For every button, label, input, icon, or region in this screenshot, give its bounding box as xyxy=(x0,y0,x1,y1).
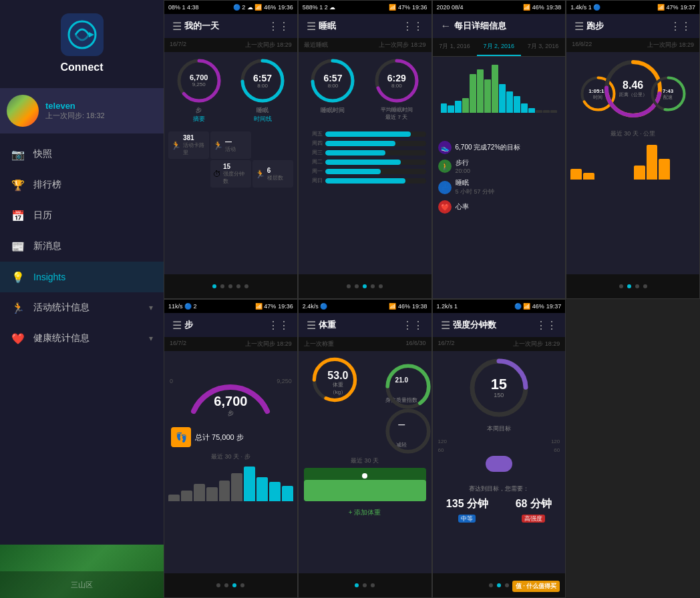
sidebar-item-health-stats[interactable]: ❤️ 健康统计信息 ▾ xyxy=(0,323,164,354)
steps-total-icon: 👣 xyxy=(171,427,191,447)
sleep-duration-metric: 6:57 8:00 睡眠时间 xyxy=(309,57,356,121)
walk-timeline-icon: 🚶 xyxy=(438,160,452,173)
sleep-gauge: 6:57 8:00 xyxy=(239,57,286,104)
heart-icon: ❤️ xyxy=(11,331,25,346)
add-weight-btn[interactable]: + 添加体重 xyxy=(299,501,431,521)
menu-icon-6[interactable]: ☰ xyxy=(307,319,316,332)
sidebar-item-health-stats-label: 健康统计信息 xyxy=(33,332,149,344)
sync-info-7: 16/7/2 上一次同步 18:29 xyxy=(433,337,566,351)
nav-dot-2-active xyxy=(363,284,367,288)
stat-calories: 🏃 381 活动卡路里 xyxy=(168,131,209,159)
sidebar-item-news[interactable]: 📰 新消息 xyxy=(0,231,164,262)
sidebar-item-calendar[interactable]: 📅 日历 xyxy=(0,200,164,231)
goal-label: 本周目标 xyxy=(433,424,566,433)
date-tab-1[interactable]: 7月 1, 2016 xyxy=(433,38,477,56)
sleep-bar-sun: 周日 xyxy=(304,177,426,184)
nav-dot-2b xyxy=(355,284,359,288)
screen-steps: 11k/s 🔵 2 📶 47% 19:36 ☰ 步 ⋮⋮ 16/7/2 上一次同… xyxy=(164,299,298,598)
chevron-down-icon-2: ▾ xyxy=(149,334,153,343)
avg-sleep-metric: 6:29 8:00 平均睡眠时间最近 7 天 xyxy=(373,57,420,121)
grid-icon-4[interactable]: ⋮⋮ xyxy=(670,20,691,33)
bottom-nav-6 xyxy=(299,573,431,597)
app-header-weight: ☰ 体重 ⋮⋮ xyxy=(299,313,431,337)
screen-title-running: 跑步 xyxy=(586,20,667,32)
sidebar-item-insights[interactable]: 💡 Insights xyxy=(0,262,164,292)
running-icon: 🏃 xyxy=(11,300,25,315)
status-bar-3: 2020 08/4 📶 46% 19:38 xyxy=(433,1,566,14)
screen-title-steps: 步 xyxy=(184,319,265,331)
sidebar-item-leaderboard-label: 排行榜 xyxy=(33,179,153,191)
sidebar-item-snapshot[interactable]: 📷 快照 xyxy=(0,139,164,170)
menu-icon-1[interactable]: ☰ xyxy=(172,20,182,33)
sync-info-6: 上一次称重 16/6/30 xyxy=(299,337,431,351)
screen-content-daily: 👟 6,700 完成72%的目标 🚶 步行 20:00 xyxy=(433,57,566,298)
chevron-down-icon: ▾ xyxy=(149,303,153,312)
grid-icon-2[interactable]: ⋮⋮ xyxy=(402,20,423,33)
back-icon[interactable]: ← xyxy=(441,20,452,32)
app-header-sleep: ☰ 睡眠 ⋮⋮ xyxy=(299,14,431,38)
screen-content-intensity: 15 150 本周目标 120 120 60 xyxy=(433,351,566,573)
sidebar-item-calendar-label: 日历 xyxy=(33,210,153,222)
timeline-steps: 👟 6,700 完成72%的目标 xyxy=(438,141,560,154)
steps-timeline-icon: 👟 xyxy=(438,141,452,154)
screen-intensity: 1.2k/s 1 🔵 📶 46% 19:37 ☰ 强度分钟数 ⋮⋮ 16/7/2… xyxy=(432,299,566,598)
timeline-heart: ❤️ 心率 xyxy=(438,200,560,214)
app-header-intensity: ☰ 强度分钟数 ⋮⋮ xyxy=(433,313,566,337)
trophy-icon: 🏆 xyxy=(11,178,25,192)
phone-screen-sleep: 588% 1 2 ☁ 📶 47% 19:36 ☰ 睡眠 ⋮⋮ 最近睡眠 上一次同… xyxy=(299,1,431,298)
sidebar-item-snapshot-label: 快照 xyxy=(33,148,153,160)
timeline-walk: 🚶 步行 20:00 xyxy=(438,158,560,174)
steps-bar-chart xyxy=(164,464,297,504)
app-title: Connect xyxy=(61,61,104,73)
sleep-bar-tue: 周二 xyxy=(304,158,426,166)
screenshots-grid: 08% 1 4:38 🔵 2 ☁ 📶 46% 19:36 ☰ 我的一天 ⋮⋮ 1… xyxy=(164,0,700,598)
pace-circle: 7:43 配速 xyxy=(650,75,687,112)
timeline-tab[interactable]: 时间线 xyxy=(254,115,272,123)
screen-content-weight: 53.0 体重（kg） xyxy=(299,351,431,573)
screen-weight: 2.4k/s 🔵 📶 46% 19:38 ☰ 体重 ⋮⋮ 上一次称重 16/6/… xyxy=(298,299,432,598)
sidebar-item-leaderboard[interactable]: 🏆 排行榜 xyxy=(0,170,164,200)
chart-label-run: 最近 30 天 · 公里 xyxy=(566,129,699,138)
app-header-running: ☰ 跑步 ⋮⋮ xyxy=(566,14,699,38)
intensity-chart: 120 120 60 60 xyxy=(433,436,566,483)
menu-icon-7[interactable]: ☰ xyxy=(441,319,450,332)
steps-metric: 6,700 9,250 步 摘要 xyxy=(176,57,222,123)
intensity-bottom-text: 赛达到目标，您需要： xyxy=(433,485,566,493)
screen-content-my-day: 6,700 9,250 步 摘要 xyxy=(164,52,297,274)
date-tab-3[interactable]: 7月 3, 2016 xyxy=(521,38,565,56)
date-tab-2[interactable]: 7月 2, 2016 xyxy=(477,38,521,56)
app-header-steps: ☰ 步 ⋮⋮ xyxy=(164,313,297,337)
heart-timeline-icon: ❤️ xyxy=(438,200,452,214)
grid-icon-6[interactable]: ⋮⋮ xyxy=(402,319,423,332)
activity-icon: 🏃 xyxy=(213,141,223,150)
sleep-bar-fri: 周五 xyxy=(304,130,426,137)
nav-dot-1b xyxy=(220,284,224,288)
grid-icon-7[interactable]: ⋮⋮ xyxy=(536,319,557,332)
avg-sleep-label: 平均睡眠时间最近 7 天 xyxy=(381,106,413,121)
phone-screen-running: 1.4k/s 1 🔵 📶 47% 19:37 ☰ 跑步 ⋮⋮ 16/6/22 上… xyxy=(566,1,699,298)
screen-content-steps: 0 9,250 6,700 步 👣 总计 xyxy=(164,351,297,573)
sidebar-bottom-overlay: 三山区 xyxy=(0,571,164,598)
insights-icon: 💡 xyxy=(11,270,25,284)
grid-icon-1[interactable]: ⋮⋮ xyxy=(268,20,289,33)
user-section: televen 上一次同步: 18:32 xyxy=(0,88,164,133)
menu-icon-4[interactable]: ☰ xyxy=(574,20,584,33)
menu-icon-2[interactable]: ☰ xyxy=(307,20,316,33)
grid-icon-5[interactable]: ⋮⋮ xyxy=(268,319,289,332)
menu-icon-5[interactable]: ☰ xyxy=(172,319,182,332)
sidebar-header: Connect xyxy=(0,0,164,88)
sync-info-1: 16/7/2 上一次同步 18:29 xyxy=(164,38,297,52)
floors-icon: 🏃 xyxy=(255,170,265,179)
news-icon: 📰 xyxy=(11,239,25,254)
nav-dot-2d xyxy=(371,284,375,288)
high-badge: 高强度 xyxy=(522,515,545,523)
avg-sleep-gauge: 6:29 8:00 xyxy=(373,57,420,104)
summary-tab[interactable]: 摘要 xyxy=(193,115,205,123)
date-tabs: 7月 1, 2016 7月 2, 2016 7月 3, 2016 xyxy=(433,38,566,57)
cloud-rain-icon xyxy=(486,456,512,472)
sidebar-item-activity-stats[interactable]: 🏃 活动统计信息 ▾ xyxy=(0,292,164,323)
weight-chart xyxy=(304,468,426,501)
sidebar-item-insights-label: Insights xyxy=(33,272,153,282)
intensity-icon: ⏱ xyxy=(213,170,221,179)
phone-screen-my-day: 08% 1 4:38 🔵 2 ☁ 📶 46% 19:36 ☰ 我的一天 ⋮⋮ 1… xyxy=(164,1,297,298)
